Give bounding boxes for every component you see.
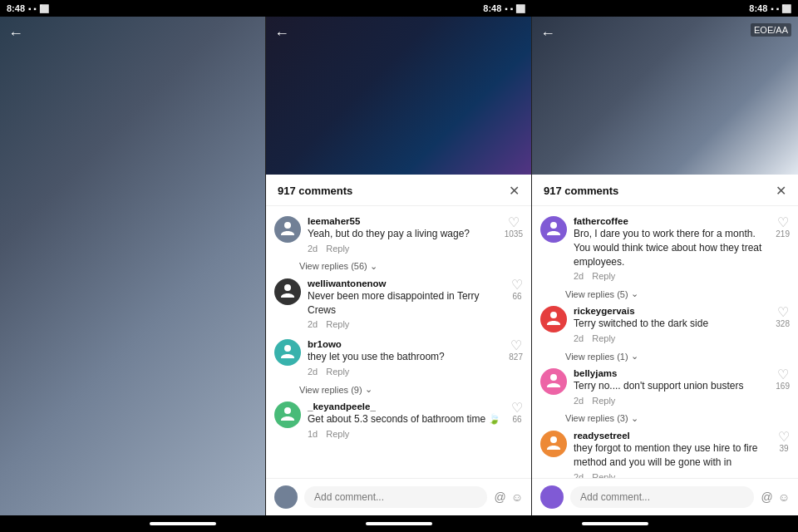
- close-btn-2[interactable]: ✕: [509, 183, 520, 199]
- reply-btn-7[interactable]: Reply: [326, 429, 349, 439]
- like-btn-6[interactable]: ♡ 827: [509, 339, 523, 362]
- comment-body-7: _keyandpeele_ Get about 5.3 seconds of b…: [308, 401, 505, 439]
- nav-bar: [0, 515, 798, 532]
- back-arrow-3[interactable]: ←: [540, 25, 555, 42]
- comment-meta-5: 2d Reply: [308, 319, 505, 329]
- status-left: 8:48 ▪️ ▪️ ⬜: [0, 0, 266, 17]
- like-btn-11[interactable]: ♡ 39: [778, 431, 790, 453]
- comment-meta-4: 2d Reply: [308, 244, 498, 254]
- video-area-3: ← EOE/AA: [532, 17, 798, 175]
- comment-meta-8: 2d Reply: [574, 271, 769, 281]
- comments-section-3: 917 comments ✕ fathercoffee Bro, I dare …: [532, 175, 798, 515]
- avatar-4: [274, 216, 301, 243]
- reply-btn-5[interactable]: Reply: [326, 319, 349, 329]
- comment-body-5: welliwantonenow Never been more disappoi…: [308, 278, 505, 330]
- status-bar: 8:48 ▪️ ▪️ ⬜ 8:48 ▪️ ▪️ ⬜ 8:48 ▪️ ▪️ ⬜: [0, 0, 798, 17]
- input-avatar-2: [274, 485, 298, 509]
- comment-time-10: 2d: [574, 396, 584, 406]
- heart-icon-7: ♡: [511, 401, 523, 415]
- comment-meta-6: 2d Reply: [308, 367, 502, 377]
- like-count-10: 169: [776, 382, 790, 391]
- heart-icon-9: ♡: [777, 306, 789, 319]
- like-count-4: 1035: [505, 229, 523, 239]
- like-count-9: 328: [776, 319, 790, 328]
- emoji-icon-2[interactable]: ☺: [511, 490, 523, 504]
- like-btn-10[interactable]: ♡ 169: [776, 368, 790, 391]
- view-replies-label-4: View replies (56): [299, 261, 367, 271]
- like-btn-7[interactable]: ♡ 66: [511, 401, 523, 424]
- comment-time-5: 2d: [308, 319, 318, 329]
- like-count-8: 219: [776, 229, 790, 239]
- like-btn-5[interactable]: ♡ 66: [511, 278, 523, 301]
- heart-icon-8: ♡: [777, 216, 789, 229]
- reply-btn-4[interactable]: Reply: [326, 244, 349, 254]
- username-11: readysetreel: [574, 431, 771, 441]
- username-4: leemaher55: [308, 216, 498, 226]
- comment-item-11: readysetreel they forgot to mention they…: [532, 426, 798, 478]
- username-10: bellyjams: [574, 368, 769, 378]
- comment-input-area-2: @ ☺: [266, 478, 531, 515]
- nav-pill-2: [366, 522, 432, 525]
- view-replies-8[interactable]: View replies (5) ⌄: [565, 288, 798, 299]
- status-mid: 8:48 ▪️ ▪️ ⬜: [266, 0, 532, 17]
- view-replies-4[interactable]: View replies (56) ⌄: [299, 261, 531, 272]
- view-replies-6[interactable]: View replies (9) ⌄: [299, 384, 531, 395]
- view-replies-10[interactable]: View replies (3) ⌄: [565, 413, 798, 424]
- comment-body-6: br1owo they let you use the bathroom? 2d…: [308, 339, 502, 377]
- chevron-down-icon-9: ⌄: [631, 351, 638, 362]
- heart-icon-4: ♡: [508, 216, 520, 229]
- username-9: rickeygervais: [574, 306, 769, 316]
- comment-text-4: Yeah, but do they pay a living wage?: [308, 227, 498, 241]
- comments-list-2[interactable]: leemaher55 Yeah, but do they pay a livin…: [266, 206, 531, 478]
- emoji-icon-3[interactable]: ☺: [778, 490, 790, 504]
- reply-btn-8[interactable]: Reply: [592, 271, 615, 281]
- svg-point-7: [550, 222, 557, 229]
- svg-point-9: [550, 374, 557, 381]
- time-display-1: 8:48: [7, 3, 25, 13]
- comments-count-3: 917 comments: [544, 185, 618, 197]
- svg-point-5: [284, 345, 291, 352]
- like-btn-9[interactable]: ♡ 328: [776, 306, 790, 328]
- comments-header-3: 917 comments ✕: [532, 175, 798, 206]
- reply-btn-10[interactable]: Reply: [592, 396, 615, 406]
- video-overlay-text-3: EOE/AA: [751, 23, 791, 37]
- avatar-5: [274, 278, 301, 305]
- like-btn-4[interactable]: ♡ 1035: [505, 216, 523, 239]
- close-btn-3[interactable]: ✕: [776, 183, 786, 199]
- heart-icon-11: ♡: [778, 431, 790, 444]
- comment-item-8: fathercoffee Bro, I dare you to work the…: [532, 211, 798, 286]
- view-replies-label-6: View replies (9): [299, 385, 362, 395]
- username-7: _keyandpeele_: [308, 401, 505, 411]
- avatar-11: [540, 431, 567, 457]
- reply-btn-9[interactable]: Reply: [592, 333, 615, 343]
- back-arrow-1[interactable]: ←: [8, 25, 23, 42]
- svg-point-6: [284, 407, 291, 414]
- status-icons-1: ▪️ ▪️ ⬜: [28, 4, 49, 13]
- comments-list-3[interactable]: fathercoffee Bro, I dare you to work the…: [532, 206, 798, 478]
- comment-item-6: br1owo they let you use the bathroom? 2d…: [266, 334, 531, 382]
- back-arrow-2[interactable]: ←: [274, 25, 289, 42]
- comment-input-2[interactable]: [304, 486, 487, 508]
- svg-point-10: [550, 436, 557, 443]
- comment-body-8: fathercoffee Bro, I dare you to work the…: [574, 216, 769, 281]
- at-icon-2[interactable]: @: [494, 490, 505, 504]
- view-replies-9[interactable]: View replies (1) ⌄: [565, 351, 798, 362]
- heart-icon-6: ♡: [510, 339, 522, 352]
- comment-text-6: they let you use the bathroom?: [308, 350, 502, 364]
- svg-point-8: [550, 312, 557, 318]
- status-icons-2: ▪️ ▪️ ⬜: [505, 4, 525, 13]
- at-icon-3[interactable]: @: [761, 490, 772, 504]
- username-8: fathercoffee: [574, 216, 769, 226]
- comment-text-5: Never been more disappointed in Terry Cr…: [308, 289, 505, 318]
- input-avatar-3: [540, 485, 564, 509]
- reply-btn-11[interactable]: Reply: [592, 472, 615, 478]
- nav-pill-1: [150, 522, 216, 525]
- input-icons-2: @ ☺: [494, 490, 523, 504]
- chevron-down-icon-10: ⌄: [631, 413, 638, 424]
- avatar-10: [540, 368, 567, 395]
- reply-btn-6[interactable]: Reply: [326, 367, 349, 377]
- panel-1: ← 917 comments ✕ generaldiscontent he wo…: [0, 17, 266, 515]
- comment-input-3[interactable]: [570, 486, 754, 508]
- comment-meta-9: 2d Reply: [574, 333, 769, 343]
- like-btn-8[interactable]: ♡ 219: [776, 216, 790, 239]
